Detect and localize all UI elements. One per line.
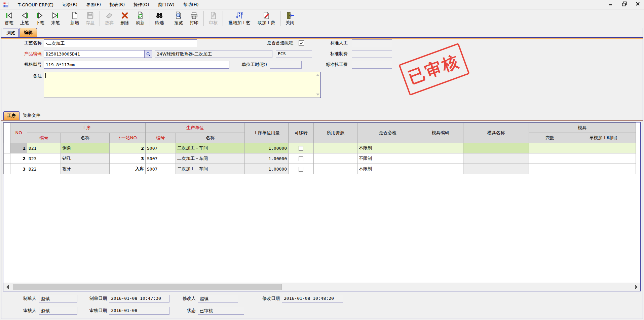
cell-resource[interactable] — [314, 143, 357, 153]
cell-movable[interactable] — [289, 143, 314, 153]
horizontal-scrollbar[interactable] — [3, 283, 640, 291]
new-button[interactable]: 新增 — [67, 10, 82, 27]
cell-next-station[interactable]: 3 — [110, 153, 146, 164]
cell-cavity[interactable] — [529, 143, 571, 153]
refresh-button[interactable]: 刷新 — [132, 10, 148, 27]
cell-process-code[interactable]: D22 — [27, 164, 61, 174]
movable-checkbox[interactable] — [299, 146, 303, 151]
colgroup-process[interactable]: 工序 — [27, 123, 146, 133]
print-button[interactable]: 打印 — [186, 10, 202, 27]
table-row[interactable]: 3 D22 攻牙 入库 S007 二次加工－车间 1.00000 不限制 — [4, 164, 636, 174]
next-record-button[interactable]: 下笔 — [32, 10, 48, 27]
cell-cavity[interactable] — [529, 164, 571, 174]
menu-interface[interactable]: 界面(F) — [82, 0, 105, 9]
col-unit-name[interactable]: 名称 — [176, 133, 245, 143]
cell-must-check[interactable]: 不限制 — [357, 164, 418, 174]
cell-qty[interactable]: 1.00000 — [245, 164, 289, 174]
cell-unit-name[interactable]: 二次加工－车间 — [176, 164, 245, 174]
col-mold-name[interactable]: 模具名称 — [463, 123, 529, 143]
cell-process-code[interactable]: D23 — [27, 153, 61, 164]
movable-checkbox[interactable] — [299, 167, 303, 172]
cell-mold-code[interactable] — [418, 164, 463, 174]
scroll-left-icon[interactable] — [3, 283, 11, 291]
menu-window[interactable]: 窗口(W) — [154, 0, 179, 9]
tab-process[interactable]: 工序 — [3, 111, 20, 120]
col-must-check[interactable]: 是否必检 — [357, 123, 418, 143]
cell-must-check[interactable]: 不限制 — [357, 153, 418, 164]
last-record-button[interactable]: 末笔 — [48, 10, 63, 27]
filter-button[interactable]: 筛选 — [152, 10, 167, 27]
prev-record-button[interactable]: 上笔 — [17, 10, 32, 27]
spec-model-input[interactable] — [44, 61, 229, 69]
cell-qty[interactable]: 1.00000 — [245, 143, 289, 153]
cell-mold-name[interactable] — [463, 143, 529, 153]
cell-must-check[interactable]: 不限制 — [357, 143, 418, 153]
restore-icon[interactable] — [621, 1, 627, 7]
cell-no[interactable]: 3 — [10, 164, 27, 174]
remark-textarea[interactable] — [44, 72, 321, 98]
scroll-up-icon[interactable] — [316, 74, 319, 76]
cell-unit-name[interactable]: 二次加工－车间 — [176, 153, 245, 164]
cell-cavity[interactable] — [529, 153, 571, 164]
cell-movable[interactable] — [289, 153, 314, 164]
cell-mold-code[interactable] — [418, 143, 463, 153]
colgroup-production-unit[interactable]: 生产单位 — [146, 123, 245, 133]
close-form-button[interactable]: 关闭 — [282, 10, 298, 27]
cell-process-name[interactable]: 钻孔 — [61, 153, 110, 164]
first-record-button[interactable]: 首笔 — [1, 10, 17, 27]
cell-unit-name[interactable]: 二次加工－车间 — [176, 143, 245, 153]
menu-record[interactable]: 记录(R) — [58, 0, 82, 9]
get-fee-button[interactable]: 取加工费 — [254, 10, 278, 27]
cell-no[interactable]: 2 — [10, 153, 27, 164]
movable-checkbox[interactable] — [299, 156, 303, 161]
col-resource[interactable]: 所用资源 — [314, 123, 357, 143]
col-qty[interactable]: 工序单位用量 — [245, 123, 289, 143]
cell-mold-name[interactable] — [463, 164, 529, 174]
col-mold-time[interactable]: 单模加工时间( — [571, 133, 636, 143]
col-process-code[interactable]: 编号 — [27, 133, 61, 143]
tab-qualification-files[interactable]: 资格文件 — [20, 111, 44, 119]
cell-mold-time[interactable] — [571, 153, 636, 164]
save-button[interactable]: 存盘 — [82, 10, 98, 27]
menu-report[interactable]: 报表(R) — [105, 0, 129, 9]
cell-resource[interactable] — [314, 153, 357, 164]
cell-process-code[interactable]: D21 — [27, 143, 61, 153]
menu-tgroup-erp[interactable]: T-GROUP ERP(E) — [13, 1, 58, 9]
col-unit-code[interactable]: 编号 — [146, 133, 176, 143]
cell-mold-time[interactable] — [571, 164, 636, 174]
batch-add-process-button[interactable]: 批增加工艺 — [225, 10, 254, 27]
col-mold-code[interactable]: 模具编码 — [418, 123, 463, 143]
table-row[interactable]: 1 D21 倒角 2 S007 二次加工－车间 1.00000 不限制 — [4, 143, 636, 153]
cell-unit-code[interactable]: S007 — [146, 164, 176, 174]
scrollbar-thumb[interactable] — [13, 284, 282, 290]
col-cavity[interactable]: 穴数 — [529, 133, 571, 143]
col-next-station[interactable]: 下一站NO. — [110, 133, 146, 143]
menu-operation[interactable]: 操作(O) — [129, 0, 153, 9]
cell-mold-time[interactable] — [571, 143, 636, 153]
delete-button[interactable]: 删除 — [117, 10, 132, 27]
scroll-down-icon[interactable] — [316, 94, 319, 96]
cell-process-name[interactable]: 倒角 — [61, 143, 110, 153]
minimize-icon[interactable] — [608, 1, 614, 7]
preferred-flow-checkbox[interactable] — [299, 40, 304, 46]
tab-browse[interactable]: 浏览 — [3, 29, 19, 37]
col-movable[interactable]: 可移转 — [289, 123, 314, 143]
table-row[interactable]: 2 D23 钻孔 3 S007 二次加工－车间 1.00000 不限制 — [4, 153, 636, 164]
cell-unit-code[interactable]: S007 — [146, 153, 176, 164]
product-code-input[interactable] — [44, 50, 145, 58]
colgroup-mold[interactable]: 模具 — [529, 123, 636, 133]
cell-next-station[interactable]: 2 — [110, 143, 146, 153]
cell-next-station[interactable]: 入库 — [110, 164, 146, 174]
close-icon[interactable] — [635, 1, 641, 7]
cell-resource[interactable] — [314, 164, 357, 174]
scroll-right-icon[interactable] — [632, 283, 640, 291]
cell-mold-code[interactable] — [418, 153, 463, 164]
cell-qty[interactable]: 1.00000 — [245, 153, 289, 164]
cell-mold-name[interactable] — [463, 153, 529, 164]
cell-movable[interactable] — [289, 164, 314, 174]
menu-help[interactable]: 帮助(H) — [179, 0, 203, 9]
col-no[interactable]: NO — [10, 123, 27, 143]
preview-button[interactable]: 预览 — [171, 10, 186, 27]
discard-button[interactable]: 放弃 — [102, 10, 117, 27]
cell-process-name[interactable]: 攻牙 — [61, 164, 110, 174]
